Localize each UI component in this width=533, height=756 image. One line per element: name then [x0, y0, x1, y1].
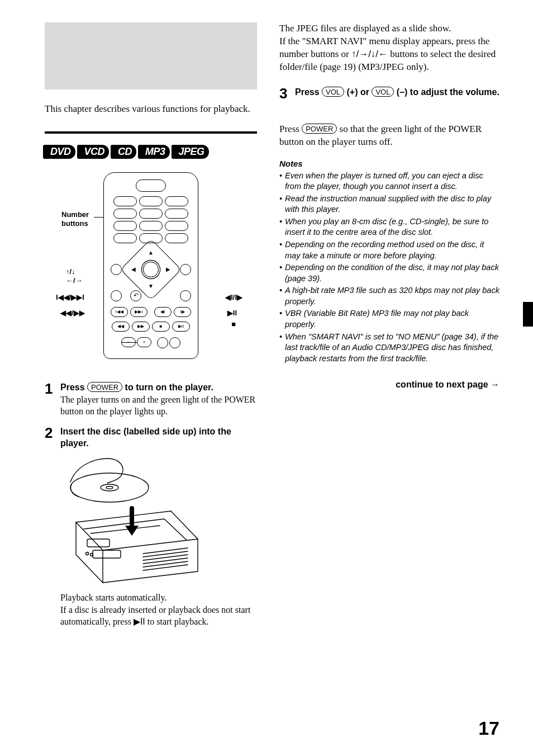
step2-desc: Playback starts automatically. If a disc…	[60, 592, 257, 628]
svg-point-1	[101, 484, 118, 491]
step-number: 1	[45, 381, 55, 418]
notes-heading: Notes	[279, 159, 499, 168]
circle-button	[111, 264, 122, 275]
badge-cd: CD	[112, 145, 136, 159]
page-number: 17	[478, 717, 499, 739]
arrow-up-icon: ▲	[148, 250, 154, 256]
remote-body: ▲ ▼ ◀ ▶ ↶	[103, 172, 198, 359]
rcol-p2: If the "SMART NAVI" menu display appears…	[279, 35, 499, 74]
vol-key-icon: VOL	[322, 87, 344, 97]
svg-point-5	[86, 552, 89, 555]
badge-vcd: VCD	[79, 145, 110, 159]
step2-desc-line1: Playback starts automatically.	[60, 592, 257, 604]
vol-bar-icon	[122, 342, 137, 343]
note-item: Even when the player is turned off, you …	[279, 171, 499, 192]
callout-stop: ■	[231, 320, 236, 329]
circle-button	[169, 337, 180, 348]
vol-key-icon: VOL	[372, 87, 394, 97]
callout-step: ◀I/I▶	[225, 293, 242, 302]
circle-button	[180, 290, 191, 301]
badge-mp3: MP3	[140, 145, 170, 159]
arrow-down-icon: ▼	[148, 284, 154, 289]
note-item: Depending on the recording method used o…	[279, 239, 499, 261]
insert-disc-figure	[59, 455, 204, 584]
chapter-heading-placeholder	[45, 22, 257, 89]
step-3: 3 Press VOL (+) or VOL (–) to adjust the…	[279, 86, 499, 101]
power-off-text: Press POWER so that the green light of t…	[279, 123, 499, 149]
step2-desc-2b: to start playback.	[145, 617, 209, 626]
power-key-icon: POWER	[87, 382, 122, 392]
step-number: 3	[279, 86, 289, 101]
circle-button	[180, 264, 191, 275]
circle-button	[111, 290, 122, 301]
arrow-right-icon: ▶	[166, 267, 170, 272]
callout-prevnext: I◀◀/▶▶I	[56, 293, 84, 302]
note-item: VBR (Variable Bit Rate) MP3 file may not…	[279, 308, 499, 330]
remote-figure: Number buttons ↑/↓ ←/→ I◀◀/▶▶I ◀◀/▶▶ ◀I/…	[67, 172, 235, 359]
note-item: Read the instruction manual supplied wit…	[279, 193, 499, 215]
step-1: 1 Press POWER to turn on the player. The…	[45, 381, 257, 418]
callout-number-buttons: Number buttons	[61, 210, 95, 228]
callout-playpause: ▶II	[227, 309, 237, 318]
format-badges: DVD VCD CD MP3 JPEG	[45, 145, 257, 159]
note-item: When you play an 8-cm disc (e.g., CD-sin…	[279, 216, 499, 238]
note-item: A high-bit rate MP3 file such as 320 kbp…	[279, 285, 499, 307]
section-rule	[45, 131, 257, 134]
callout-leftright: ←/→	[66, 276, 83, 285]
remote-top-button	[136, 179, 166, 192]
badge-jpeg: JPEG	[173, 145, 209, 159]
svg-point-0	[70, 473, 149, 502]
stop-icon: ■	[152, 322, 170, 332]
fastfwd-icon: ▶▶	[132, 322, 150, 332]
step-fwd-icon: I▶	[174, 307, 191, 317]
badge-dvd: DVD	[45, 145, 75, 159]
step-2: 2 Insert the disc (labelled side up) int…	[45, 426, 257, 450]
svg-point-2	[106, 486, 113, 489]
step1-lead: Press	[60, 382, 87, 392]
rcol-p1: The JPEG files are displayed as a slide …	[279, 22, 499, 35]
vol-plus-icon: +	[137, 337, 151, 347]
svg-rect-4	[93, 550, 121, 558]
next-icon: ▶▶I	[130, 307, 147, 317]
continue-next-page: continue to next page →	[279, 380, 499, 390]
notes-list: Even when the player is turned off, you …	[279, 171, 499, 365]
playpause-icon: ▶II	[172, 322, 190, 332]
prev-icon: I◀◀	[111, 307, 128, 317]
power-key-icon: POWER	[302, 124, 337, 134]
note-item: Depending on the condition of the disc, …	[279, 262, 499, 284]
side-tab	[523, 302, 533, 327]
intro-text: This chapter describes various functions…	[45, 103, 257, 116]
step1-tail: to turn on the player.	[122, 382, 213, 392]
step1-desc: The player turns on and the green light …	[60, 394, 257, 418]
step2-bold: Insert the disc (labelled side up) into …	[60, 427, 231, 448]
step-back-icon: ◀I	[154, 307, 172, 317]
rewind-icon: ◀◀	[112, 322, 130, 332]
step-number: 2	[45, 426, 55, 450]
note-item: When "SMART NAVI" is set to "NO MENU" (p…	[279, 332, 499, 365]
return-icon: ↶	[130, 290, 141, 301]
callout-rewff: ◀◀/▶▶	[60, 309, 85, 318]
dpad: ▲ ▼ ◀ ▶	[129, 248, 173, 291]
circle-button	[157, 337, 168, 348]
playpause-glyph-icon: ▶II	[134, 617, 145, 626]
arrow-left-icon: ◀	[131, 267, 136, 272]
callout-updown: ↑/↓	[66, 267, 75, 276]
nav-glyphs-icon: ↑/→/↓/←	[351, 49, 388, 59]
